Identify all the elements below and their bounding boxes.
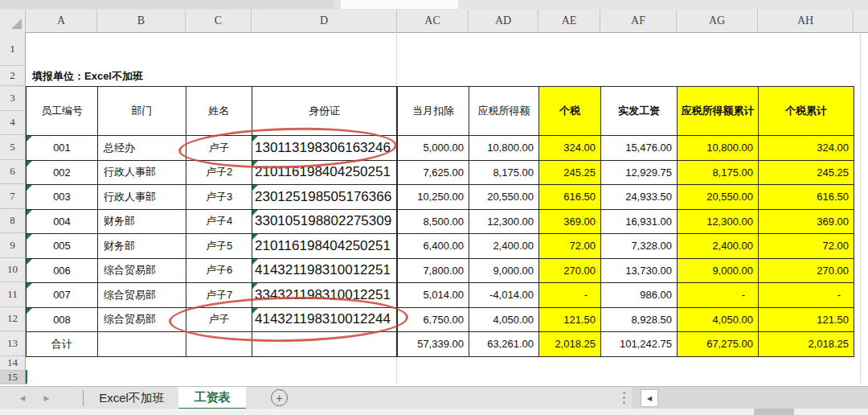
table-cell[interactable]: 616.50 — [759, 185, 854, 210]
table-cell[interactable]: 行政人事部 — [98, 185, 186, 210]
column-header-A[interactable]: A — [26, 10, 97, 32]
table-cell[interactable]: 986.00 — [601, 283, 678, 308]
table-cell[interactable]: 67,275.00 — [678, 332, 759, 357]
table-cell[interactable]: 001 — [27, 136, 98, 161]
column-header-AG[interactable]: AG — [677, 10, 758, 32]
table-cell[interactable] — [252, 332, 398, 357]
table-cell[interactable]: 130113198306163246 — [252, 136, 398, 161]
table-cell[interactable]: 210116198404250251 — [252, 161, 398, 186]
tab-splitter-handle[interactable] — [623, 392, 625, 404]
sheet-tab-1[interactable]: Excel不加班 — [87, 387, 177, 409]
table-cell[interactable] — [98, 332, 186, 357]
table-cell[interactable]: 121.50 — [539, 308, 601, 333]
table-cell[interactable]: 行政人事部 — [98, 161, 186, 186]
row-header-13[interactable]: 13 — [0, 331, 25, 356]
table-cell[interactable]: 10,800.00 — [469, 136, 539, 161]
table-cell[interactable]: 总经办 — [98, 136, 186, 161]
table-cell[interactable]: 008 — [27, 308, 98, 333]
row-header-4[interactable]: 4 — [0, 111, 25, 136]
table-cell[interactable]: 324.00 — [759, 136, 854, 161]
table-cell[interactable]: 财务部 — [98, 210, 186, 235]
column-header-AD[interactable]: AD — [469, 10, 538, 32]
table-cell[interactable]: 8,500.00 — [398, 210, 469, 235]
header-cell[interactable]: 部门 — [98, 87, 186, 136]
report-unit-title-cell[interactable]: 填报单位：Excel不加班 — [32, 68, 143, 85]
table-cell[interactable]: 7,800.00 — [398, 259, 469, 284]
table-cell[interactable]: 8,928.50 — [601, 308, 678, 333]
table-cell[interactable]: 414321198310012244 — [252, 308, 398, 333]
row-header-3[interactable]: 3 — [0, 86, 25, 111]
row-header-8[interactable]: 8 — [0, 209, 25, 234]
column-header-AC[interactable]: AC — [397, 10, 469, 32]
table-cell[interactable]: 230125198505176366 — [252, 185, 398, 210]
table-cell[interactable]: 245.25 — [539, 161, 601, 186]
horizontal-scrollbar-track[interactable] — [632, 387, 868, 409]
column-header-D[interactable]: D — [252, 10, 397, 32]
table-cell[interactable]: 72.00 — [759, 234, 854, 259]
table-cell[interactable]: 369.00 — [539, 210, 601, 235]
table-cell[interactable]: 综合贸易部 — [98, 259, 186, 284]
table-cell[interactable]: 334321198310012251 — [252, 283, 398, 308]
table-cell[interactable]: 101,242.75 — [601, 332, 678, 357]
table-cell[interactable]: 006 — [27, 259, 98, 284]
table-cell[interactable]: - — [539, 283, 601, 308]
row-header-7[interactable]: 7 — [0, 184, 25, 209]
table-cell[interactable]: 004 — [27, 210, 98, 235]
header-cell[interactable]: 当月扣除 — [398, 87, 469, 136]
table-cell[interactable]: 2,400.00 — [469, 234, 539, 259]
table-cell[interactable]: 财务部 — [98, 234, 186, 259]
table-cell[interactable]: 卢子2 — [186, 161, 252, 186]
table-cell[interactable]: 卢子3 — [186, 185, 252, 210]
header-cell[interactable]: 实发工资 — [601, 87, 678, 136]
new-sheet-button[interactable]: + — [271, 389, 288, 406]
table-cell[interactable]: 4,050.00 — [469, 308, 539, 333]
table-cell[interactable]: 9,000.00 — [469, 259, 539, 284]
table-cell[interactable]: 616.50 — [539, 185, 601, 210]
table-cell[interactable]: 330105198802275309 — [252, 210, 398, 235]
table-cell[interactable]: 245.25 — [759, 161, 854, 186]
table-cell[interactable]: 369.00 — [759, 210, 854, 235]
header-cell[interactable]: 个税 — [539, 87, 601, 136]
table-cell[interactable]: 10,250.00 — [398, 185, 469, 210]
table-cell[interactable]: 7,625.00 — [398, 161, 469, 186]
table-cell[interactable]: 16,931.00 — [601, 210, 678, 235]
table-cell[interactable]: 10,800.00 — [678, 136, 759, 161]
row-header-9[interactable]: 9 — [0, 233, 25, 258]
row-header-6[interactable]: 6 — [0, 160, 25, 185]
table-cell[interactable]: 002 — [27, 161, 98, 186]
scrollbar-thumb[interactable] — [754, 409, 794, 415]
sheet-nav-left-icon[interactable]: ◀ — [14, 387, 31, 409]
table-cell[interactable]: - — [678, 283, 759, 308]
table-cell[interactable]: 合计 — [27, 332, 98, 357]
sheet-tab-2[interactable]: 工资表 — [178, 387, 246, 409]
table-cell[interactable]: 63,261.00 — [469, 332, 539, 357]
table-cell[interactable]: 6,400.00 — [398, 234, 469, 259]
row-header-5[interactable]: 5 — [0, 135, 25, 160]
table-cell[interactable]: 007 — [27, 283, 98, 308]
header-cell[interactable]: 员工编号 — [27, 87, 98, 136]
row-header-2[interactable]: 2 — [0, 66, 25, 86]
table-cell[interactable]: 8,175.00 — [469, 161, 539, 186]
table-cell[interactable]: 20,550.00 — [678, 185, 759, 210]
row-header-11[interactable]: 11 — [0, 282, 25, 307]
row-header-14[interactable]: 14 — [0, 356, 25, 371]
table-cell[interactable]: 270.00 — [759, 259, 854, 284]
table-cell[interactable]: 57,339.00 — [398, 332, 469, 357]
table-cell[interactable]: 4,050.00 — [678, 308, 759, 333]
table-cell[interactable]: -4,014.00 — [469, 283, 539, 308]
table-cell[interactable]: 003 — [27, 185, 98, 210]
table-cell[interactable]: 270.00 — [539, 259, 601, 284]
row-header-10[interactable]: 10 — [0, 258, 25, 283]
table-cell[interactable]: 414321198310012251 — [252, 259, 398, 284]
table-cell[interactable]: 121.50 — [759, 308, 854, 333]
table-cell[interactable]: 005 — [27, 234, 98, 259]
table-cell[interactable]: 12,929.75 — [601, 161, 678, 186]
select-all-button[interactable] — [0, 10, 26, 32]
sheet-nav-right-icon[interactable]: ▶ — [39, 387, 55, 409]
column-header-AF[interactable]: AF — [600, 10, 677, 32]
header-cell[interactable]: 身份证 — [252, 87, 398, 136]
table-cell[interactable]: 卢子6 — [186, 259, 252, 284]
scroll-left-button[interactable]: ◀ — [641, 389, 658, 407]
table-cell[interactable]: 卢子4 — [186, 210, 252, 235]
table-cell[interactable]: 24,933.50 — [601, 185, 678, 210]
